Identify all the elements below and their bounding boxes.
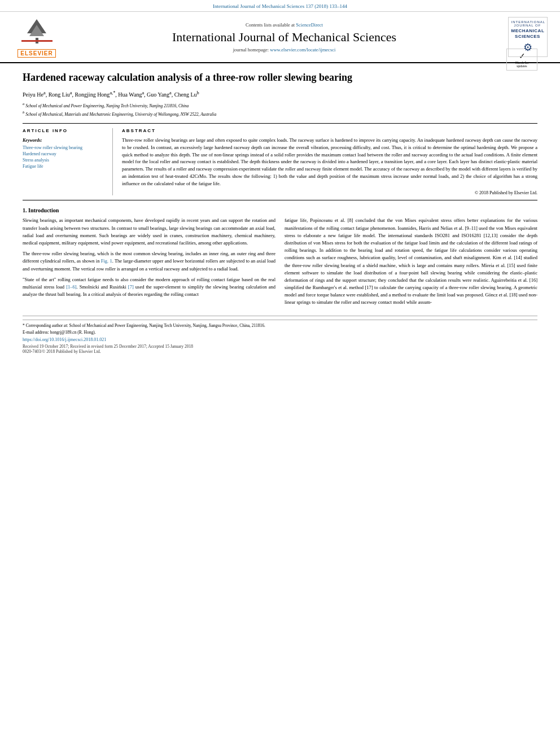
intro-para-3: "State of the art" rolling contact fatig… xyxy=(23,276,275,299)
keyword-3: Stress analysis xyxy=(23,158,106,163)
intro-para-1: Slewing bearings, as important mechanica… xyxy=(23,217,275,247)
intro-two-col: Slewing bearings, as important mechanica… xyxy=(23,217,537,309)
logo-box-title: MECHANICALSCIENCES xyxy=(511,28,544,39)
journal-center: Contents lists available at ScienceDirec… xyxy=(62,22,506,53)
homepage-link[interactable]: www.elsevier.com/locate/ijmecsci xyxy=(270,47,335,53)
affiliation-b: b School of Mechanical, Materials and Me… xyxy=(23,110,537,117)
contents-available-line: Contents lists available at ScienceDirec… xyxy=(62,22,506,28)
received-dates: Received 19 October 2017; Received in re… xyxy=(23,344,537,349)
paper-title: Hardened raceway calculation analysis of… xyxy=(23,71,406,84)
keyword-1: Three-row roller slewing bearing xyxy=(23,145,106,150)
intro-para-right-1: fatigue life, Popinceanu et al. [8] conc… xyxy=(285,217,537,306)
doi-link[interactable]: https://doi.org/10.1016/j.ijmecsci.2018.… xyxy=(23,337,537,342)
keyword-4: Fatigue life xyxy=(23,164,106,169)
abstract-text: Three-row roller slewing bearings are la… xyxy=(122,137,537,187)
abstract-title: ABSTRACT xyxy=(122,128,537,133)
introduction-section: 1. Introduction Slewing bearings, as imp… xyxy=(23,207,537,309)
journal-title: International Journal of Mechanical Scie… xyxy=(62,30,506,45)
article-info-abstract-section: ARTICLE INFO Keywords: Three-row roller … xyxy=(23,128,537,195)
footnote-area: * Corresponding author at: School of Mec… xyxy=(23,316,537,354)
intro-title: 1. Introduction xyxy=(23,207,537,213)
svg-rect-4 xyxy=(21,40,53,42)
journal-logo-right: INTERNATIONAL JOURNAL OF MECHANICALSCIEN… xyxy=(506,17,549,57)
journal-citation: International Journal of Mechanical Scie… xyxy=(213,3,347,9)
corresponding-author-note: * Corresponding author at: School of Mec… xyxy=(23,323,537,329)
main-content: ✓ Check forupdates Hardened raceway calc… xyxy=(0,63,560,365)
elsevier-brand-text: ELSEVIER xyxy=(18,49,55,58)
journal-header: ELSEVIER Contents lists available at Sci… xyxy=(0,12,560,63)
journal-logo-box: INTERNATIONAL JOURNAL OF MECHANICALSCIEN… xyxy=(508,17,548,57)
affiliation-a: a School of Mechanical and Power Enginee… xyxy=(23,101,537,109)
divider-1 xyxy=(23,123,537,124)
elsevier-tree-icon xyxy=(21,16,53,47)
top-bar: International Journal of Mechanical Scie… xyxy=(0,0,560,12)
intro-right-col: fatigue life, Popinceanu et al. [8] conc… xyxy=(285,217,537,309)
article-info-title: ARTICLE INFO xyxy=(23,128,106,133)
author-1: Peiyu Hea, Rong Liua, Rongjing Honga,*, … xyxy=(23,91,199,98)
affiliations: a School of Mechanical and Power Enginee… xyxy=(23,101,537,118)
authors-line: Peiyu Hea, Rong Liua, Rongjing Honga,*, … xyxy=(23,90,537,97)
article-info-column: ARTICLE INFO Keywords: Three-row roller … xyxy=(23,128,113,195)
email-note: E-mail address: hongrj@189.cn (R. Hong). xyxy=(23,330,537,336)
check-updates-label: Check forupdates xyxy=(509,61,535,68)
abstract-column: ABSTRACT Three-row roller slewing bearin… xyxy=(122,128,537,195)
copyright-line: © 2018 Published by Elsevier Ltd. xyxy=(122,190,537,195)
sciencedirect-link[interactable]: ScienceDirect xyxy=(296,22,323,28)
keyword-2: Hardened raceway xyxy=(23,151,106,156)
keywords-title: Keywords: xyxy=(23,138,106,143)
elsevier-logo: ELSEVIER xyxy=(11,16,62,58)
divider-2 xyxy=(23,200,537,200)
intro-para-2: The three-row roller slewing bearing, wh… xyxy=(23,250,275,273)
homepage-line: journal homepage: www.elsevier.com/locat… xyxy=(62,47,506,53)
intro-left-col: Slewing bearings, as important mechanica… xyxy=(23,217,275,309)
issn-line: 0020-7403/© 2018 Published by Elsevier L… xyxy=(23,349,537,354)
